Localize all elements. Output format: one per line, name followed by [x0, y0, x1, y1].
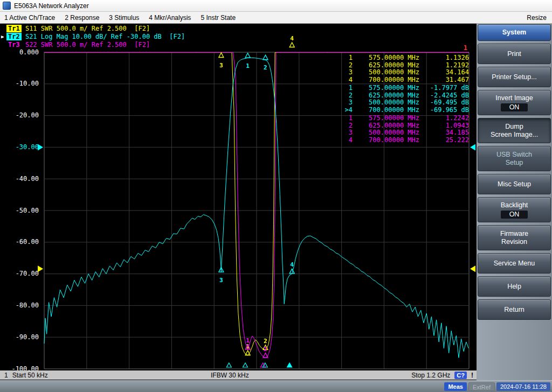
marker-row: 1575.00000 MHz1.2242 [340, 115, 469, 122]
marker-group-1: 1575.00000 MHz1.13262625.00000 MHz1.2192… [340, 54, 469, 83]
menu-resize[interactable]: Resize [527, 14, 547, 22]
ifbw-value: IFBW 30 kHz [211, 372, 249, 379]
y-axis-label: -40.00 [1, 175, 39, 183]
softkey-label: USB Switch [496, 151, 532, 159]
softkey-value: ON [501, 211, 528, 219]
softkey-label-line2: Screen Image... [491, 131, 538, 139]
svg-text:1: 1 [246, 337, 250, 344]
marker-number: 4 [340, 76, 353, 84]
marker-number: 1 [340, 115, 353, 122]
marker-row: 1575.00000 MHz-1.7977 dB [340, 85, 469, 92]
marker-row: 4700.00000 MHz25.222 [340, 137, 469, 144]
y-axis-label: -10.00 [1, 80, 39, 87]
marker-frequency: 500.00000 MHz [353, 99, 419, 107]
marker-number: 1 [340, 85, 353, 92]
meas-status-button[interactable]: Meas [444, 382, 467, 391]
softkey-label: Misc Setup [498, 180, 531, 188]
marker-number: 1 [340, 54, 353, 62]
extref-status: ExtRef [468, 382, 495, 391]
softkey-return[interactable]: Return [478, 299, 551, 320]
active-trace-arrow-icon: ▶ [1, 34, 6, 39]
trace-format: S11 SWR 500.0 m/ Ref 2.500 [F2] [22, 25, 150, 32]
svg-text:4: 4 [290, 35, 294, 42]
trace-name: Tr3 [6, 41, 22, 48]
softkey-help[interactable]: Help [478, 276, 551, 297]
y-axis-label: -90.00 [1, 333, 39, 341]
marker-value: 34.185 [419, 129, 469, 137]
menu-item-3-stimulus[interactable]: 3 Stimulus [109, 14, 139, 22]
softkey-service-menu[interactable]: Service Menu [478, 253, 551, 274]
trace-marker-2-series3: 2 [263, 346, 268, 358]
menu-items: 1 Active Ch/Trace2 Response3 Stimulus4 M… [4, 14, 245, 22]
trace-legend: Tr1 S11 SWR 500.0 m/ Ref 2.500 [F2]▶Tr2 … [1, 24, 185, 48]
svg-text:2: 2 [264, 64, 267, 71]
y-axis-label: -60.00 [1, 238, 39, 246]
bottom-marker-indicator [226, 363, 231, 367]
marker-number: 3 [340, 69, 353, 76]
legend-row-tr1[interactable]: Tr1 S11 SWR 500.0 m/ Ref 2.500 [F2] [1, 24, 185, 32]
y-axis-label: -80.00 [1, 302, 39, 309]
bottom-marker-indicator [287, 363, 292, 367]
marker-row: 2625.00000 MHz1.0943 [340, 122, 469, 130]
status-right: Stop 1.2 GHz C? ! [411, 372, 473, 379]
marker-value: -2.4245 dB [419, 92, 469, 100]
marker-frequency: 700.00000 MHz [353, 137, 419, 144]
marker-number: 2 [340, 62, 353, 69]
window-title: E5063A Network Analyzer [14, 2, 89, 10]
marker-row: 1575.00000 MHz1.1326 [340, 54, 469, 62]
menu-item-2-response[interactable]: 2 Response [65, 14, 99, 22]
marker-frequency: 625.00000 MHz [353, 62, 419, 69]
clock: 2024-07-16 11:28 [496, 382, 550, 391]
softkey-value: ON [501, 103, 528, 111]
softkey-printer-setup[interactable]: Printer Setup... [478, 67, 551, 87]
svg-text:4: 4 [290, 261, 294, 268]
softkey-system[interactable]: System [478, 24, 551, 41]
menu-item-1-active-ch-trace[interactable]: 1 Active Ch/Trace [4, 14, 55, 22]
softkey-invert-image[interactable]: Invert ImageON [478, 90, 551, 115]
menu-item-4-mkr-analysis[interactable]: 4 Mkr/Analysis [149, 14, 191, 22]
softkey-print[interactable]: Print [478, 44, 551, 64]
softkey-label: Service Menu [494, 260, 535, 268]
softkey-label: Invert Image [495, 94, 533, 102]
trace-marker-3-series1: 3 [219, 53, 224, 69]
analyzer-screen: Tr1 S11 SWR 500.0 m/ Ref 2.500 [F2]▶Tr2 … [0, 24, 477, 380]
softkey-dump[interactable]: DumpScreen Image... [478, 118, 551, 143]
svg-text:3: 3 [219, 62, 223, 69]
softkey-backlight[interactable]: BacklightON [478, 197, 551, 222]
marker-group-2: 1575.00000 MHz-1.7977 dB2625.00000 MHz-2… [340, 85, 469, 114]
marker-frequency: 575.00000 MHz [353, 115, 419, 122]
svg-text:2: 2 [264, 338, 267, 345]
marker-value: 31.467 [419, 76, 469, 84]
marker-frequency: 500.00000 MHz [353, 69, 419, 76]
svg-text:2: 2 [264, 346, 267, 353]
alert-indicator: ! [471, 372, 473, 379]
marker-row: 3500.00000 MHz-69.495 dB [340, 99, 469, 107]
softkey-label: Backlight [501, 201, 528, 209]
y-axis-label: -20.00 [1, 111, 39, 119]
marker-value: 1.0943 [419, 122, 469, 130]
softkey-label: Dump [505, 123, 523, 131]
menu-item-5-instr-state[interactable]: 5 Instr State [201, 14, 236, 22]
marker-frequency: 625.00000 MHz [353, 92, 419, 100]
svg-text:1: 1 [246, 62, 250, 69]
marker-number: 2 [340, 92, 353, 100]
softkey-firmware[interactable]: FirmwareRevision [478, 225, 551, 250]
softkey-label: Print [507, 50, 521, 58]
softkey-misc-setup[interactable]: Misc Setup [478, 174, 551, 194]
legend-row-tr2[interactable]: ▶Tr2 S21 Log Mag 10.00 dB/ Ref -30.00 dB… [1, 32, 185, 40]
marker-group-3: 1575.00000 MHz1.22422625.00000 MHz1.0943… [340, 115, 469, 144]
marker-row: 2625.00000 MHz1.2192 [340, 62, 469, 69]
softkey-label-line2: Revision [501, 238, 527, 246]
correction-badge: C? [454, 372, 467, 379]
svg-text:3: 3 [219, 277, 223, 284]
trace-format: S21 Log Mag 10.00 dB/ Ref -30.00 dB [F2] [22, 33, 185, 40]
marker-number: >4 [340, 107, 353, 114]
softkey-label: Firmware [500, 230, 528, 238]
marker-number: 3 [340, 129, 353, 137]
legend-row-tr3[interactable]: Tr3 S22 SWR 500.0 m/ Ref 2.500 [F2] [1, 40, 185, 48]
marker-value: 1.2242 [419, 115, 469, 122]
marker-row: 3500.00000 MHz34.164 [340, 69, 469, 76]
y-axis-labels: 0.000-10.00-20.00-30.00-40.00-50.00-60.0… [0, 52, 41, 369]
marker-value: 34.164 [419, 69, 469, 76]
bottom-marker-indicator [243, 363, 247, 367]
